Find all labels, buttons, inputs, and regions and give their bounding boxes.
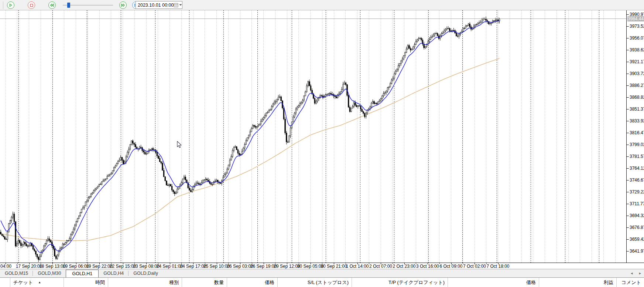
slider-track xyxy=(63,5,113,6)
time-axis-label: 30 Sep 21:00 xyxy=(321,264,347,269)
price-axis-label: 3868.82 xyxy=(630,95,644,100)
toolbar-grip xyxy=(3,1,3,9)
table-header-コメント[interactable]: コメント xyxy=(617,278,644,287)
date-picker-dropdown[interactable] xyxy=(174,3,183,7)
time-axis-label: 18 Sep 13:00 xyxy=(39,264,65,269)
stop-button[interactable] xyxy=(28,1,35,9)
table-header-利益[interactable]: 利益 xyxy=(539,278,617,287)
time-axis-label: 19 Sep 06:00 xyxy=(63,264,89,269)
time-axis-label: 19 Sep 22:00 xyxy=(86,264,112,269)
table-header-数量[interactable]: 数量 xyxy=(182,278,227,287)
time-axis-label: 24 Sep 01:00 xyxy=(157,264,183,269)
time-axis-label: 30 Sep 05:00 xyxy=(297,264,323,269)
time-axis: 04:0017 Sep 20:0018 Sep 13:0019 Sep 06:0… xyxy=(0,263,644,269)
price-axis-label: 3764.12 xyxy=(630,166,644,171)
chart-tab-gold-daily[interactable]: GOLD,Daily xyxy=(129,269,163,277)
time-axis-label: 29 Sep 12:00 xyxy=(274,264,300,269)
table-header-種別[interactable]: 種別 xyxy=(108,278,182,287)
column-label: S/L (ストップロス) xyxy=(308,279,349,286)
time-axis-label: 7 Oct 18:00 xyxy=(486,264,509,269)
price-axis-label: 3711.77 xyxy=(630,201,644,206)
table-header-チケット[interactable]: チケット▲ xyxy=(10,278,64,287)
skip-date-value[interactable]: 2023.10.01 00:00 xyxy=(136,3,174,8)
column-label: 時間 xyxy=(95,279,105,286)
speed-slider[interactable] xyxy=(63,4,113,6)
stop-icon xyxy=(30,4,33,7)
table-header-価格[interactable]: 価格 xyxy=(227,278,278,287)
table-header-icon[interactable] xyxy=(0,278,10,287)
time-axis-label: 22 Sep 15:00 xyxy=(110,264,136,269)
column-label: 価格 xyxy=(265,279,274,286)
time-axis-label: 26 Sep 19:00 xyxy=(250,264,277,269)
tester-toolbar: スキップ 2023.10.01 00:00 xyxy=(0,0,644,10)
time-axis-label: 25 Sep 10:00 xyxy=(203,264,230,269)
price-axis-label: 3676.87 xyxy=(630,225,644,230)
column-label: T/P (テイクプロフィット) xyxy=(388,279,445,286)
column-label: チケット xyxy=(13,279,33,286)
tab-scroll-right-icon[interactable]: ► xyxy=(638,271,642,275)
fast-forward-button[interactable] xyxy=(119,1,127,9)
sort-ascending-icon: ▲ xyxy=(38,281,41,284)
play-button[interactable] xyxy=(7,1,14,9)
column-label: 利益 xyxy=(604,279,613,286)
current-price-badge: 3984.44 xyxy=(627,16,644,21)
time-axis-label: 2 Oct 07:00 xyxy=(369,264,392,269)
trade-table-header: チケット▲時間種別数量価格S/L (ストップロス)T/P (テイクプロフィット)… xyxy=(0,278,644,287)
tab-scroll-left-icon[interactable]: ◄ xyxy=(630,271,633,275)
price-axis-label: 3694.32 xyxy=(630,213,644,218)
chart-tab-gold-m15[interactable]: GOLD,M15 xyxy=(0,269,33,277)
price-axis-label: 3641.97 xyxy=(630,249,644,254)
candlestick-chart-canvas[interactable] xyxy=(0,10,644,263)
time-axis-label: 7 Oct 02:00 xyxy=(463,264,486,269)
price-axis-label: 3921.17 xyxy=(630,59,644,64)
table-header-時間[interactable]: 時間 xyxy=(64,278,108,287)
time-axis-label: 26 Sep 03:00 xyxy=(227,264,253,269)
time-axis-label: 24 Sep 17:00 xyxy=(180,264,206,269)
price-axis-label: 3851.37 xyxy=(630,107,644,112)
price-axis-label: 3729.22 xyxy=(630,189,644,195)
price-axis-label: 3659.42 xyxy=(630,237,644,242)
price-axis-label: 3833.92 xyxy=(630,118,644,124)
price-axis-label: 3816.47 xyxy=(630,130,644,135)
column-label: 価格 xyxy=(526,279,536,286)
price-axis-label: 3781.57 xyxy=(630,154,644,159)
chart-tab-gold-m30[interactable]: GOLD,M30 xyxy=(33,269,66,277)
price-axis-label: 3886.27 xyxy=(630,83,644,88)
time-axis-label: 3 Oct 16:00 xyxy=(416,264,439,269)
column-label: コメント xyxy=(621,279,641,286)
price-axis-label: 3938.62 xyxy=(630,47,644,53)
price-axis-label: 3746.67 xyxy=(630,178,644,183)
price-axis-label: 3799.02 xyxy=(630,142,644,147)
time-axis-label: 1 Oct 14:00 xyxy=(346,264,369,269)
time-axis-label: 23 Sep 08:00 xyxy=(133,264,159,269)
fast-forward-icon xyxy=(121,3,125,7)
calendar-icon xyxy=(174,3,178,7)
price-axis-label: 3973.52 xyxy=(630,24,644,29)
time-axis-label: 2 Oct 23:00 xyxy=(393,264,415,269)
table-header-S/L (ストップロス)[interactable]: S/L (ストップロス) xyxy=(278,278,352,287)
chart-tab-gold-h1[interactable]: GOLD,H1 xyxy=(66,270,99,277)
slider-handle[interactable] xyxy=(67,3,70,8)
time-axis-label: 6 Oct 09:00 xyxy=(439,264,462,269)
table-header-T/P (テイクプロフィット)[interactable]: T/P (テイクプロフィット) xyxy=(352,278,448,287)
skip-date-field[interactable]: 2023.10.01 00:00 xyxy=(136,1,182,9)
price-axis-label: 3956.07 xyxy=(630,36,644,41)
rewind-icon xyxy=(50,3,54,7)
tab-scroll-arrows: ◄ ► xyxy=(630,269,642,277)
time-axis-label: 04:00 xyxy=(0,264,11,269)
chart-tab-bar: GOLD,M15GOLD,M30GOLD,H1GOLD,H4GOLD,Daily… xyxy=(0,269,644,278)
time-axis-label: 17 Sep 20:00 xyxy=(16,264,42,269)
chevron-down-icon xyxy=(179,4,182,6)
table-header-価格[interactable]: 価格 xyxy=(448,278,539,287)
price-axis-label: 3903.72 xyxy=(630,71,644,76)
column-label: 種別 xyxy=(169,279,179,286)
rewind-button[interactable] xyxy=(48,1,56,9)
chart-tab-gold-h4[interactable]: GOLD,H4 xyxy=(99,269,129,277)
price-chart[interactable]: 3990.973973.523956.073938.623921.173903.… xyxy=(0,10,644,263)
column-label: 数量 xyxy=(214,279,224,286)
candles xyxy=(0,17,500,262)
play-icon xyxy=(9,3,13,7)
